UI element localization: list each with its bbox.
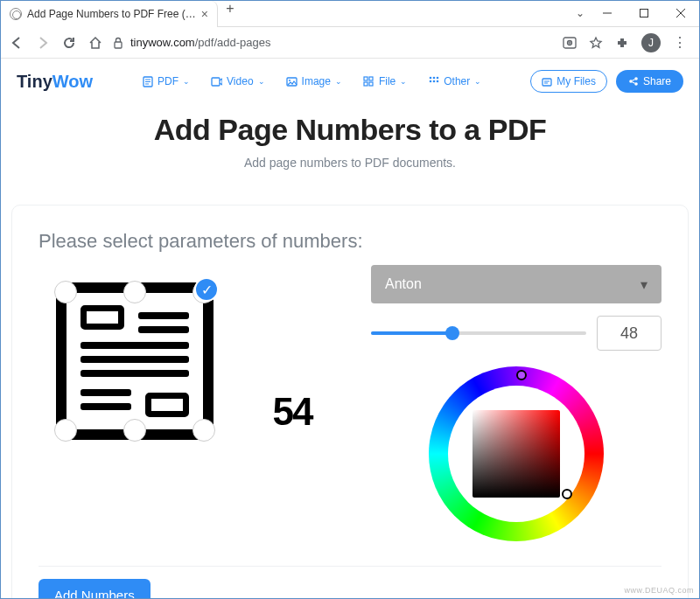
window-minimize-button[interactable]: [589, 1, 626, 25]
dots-icon: [428, 76, 439, 87]
page-title: Add Page Numbers to a PDF: [18, 113, 682, 147]
page-subtitle: Add page numbers to PDF documents.: [18, 156, 682, 170]
video-icon: [211, 76, 222, 87]
svg-rect-17: [369, 77, 373, 80]
chevron-down-icon: ⌄: [335, 77, 342, 86]
svg-point-31: [634, 82, 638, 86]
home-icon: [88, 36, 102, 50]
close-icon: [676, 9, 685, 17]
chevron-down-icon: ⌄: [183, 77, 190, 86]
selected-position-check-icon: ✓: [194, 277, 219, 302]
browser-tab[interactable]: Add Page Numbers to PDF Free (… ×: [1, 1, 218, 27]
svg-line-32: [632, 80, 634, 81]
my-files-button[interactable]: My Files: [530, 70, 607, 93]
chevron-down-icon: ▾: [640, 276, 648, 293]
tab-overflow-icon[interactable]: ⌄: [571, 1, 589, 25]
window-close-button[interactable]: [662, 1, 699, 25]
position-picker[interactable]: ✓: [56, 282, 214, 440]
position-bottom-center[interactable]: [123, 419, 146, 442]
profile-avatar[interactable]: J: [641, 33, 661, 52]
document-icon: [142, 76, 153, 87]
nav-pdf[interactable]: PDF⌄: [142, 75, 190, 87]
chevron-down-icon: ⌄: [400, 77, 407, 86]
close-tab-icon[interactable]: ×: [201, 7, 208, 21]
arrow-left-icon: [10, 36, 24, 50]
chevron-down-icon: ⌄: [474, 77, 481, 86]
svg-point-25: [436, 80, 438, 83]
svg-point-20: [429, 77, 431, 80]
svg-rect-13: [212, 78, 220, 86]
svg-rect-26: [542, 79, 551, 86]
svg-rect-19: [369, 82, 373, 86]
svg-point-23: [429, 80, 431, 83]
install-app-icon[interactable]: [563, 36, 577, 50]
maximize-icon: [640, 9, 648, 17]
url-text: tinywow.com/pdf/add-pages: [130, 36, 270, 49]
parameters-prompt: Please select parameters of numbers:: [38, 230, 662, 253]
font-select[interactable]: Anton ▾: [371, 265, 662, 303]
bookmark-icon[interactable]: [589, 36, 603, 50]
nav-image[interactable]: Image⌄: [286, 75, 342, 87]
lock-icon: [113, 37, 123, 49]
chevron-down-icon: ⌄: [258, 77, 265, 86]
svg-rect-16: [364, 77, 368, 80]
share-button[interactable]: Share: [616, 70, 683, 93]
slider-thumb[interactable]: [445, 326, 459, 340]
back-button[interactable]: [8, 34, 25, 52]
arrow-right-icon: [36, 36, 50, 50]
document-icon: [56, 282, 214, 440]
image-icon: [286, 76, 298, 87]
share-icon: [628, 76, 639, 87]
nav-file[interactable]: File⌄: [363, 75, 407, 87]
svg-point-22: [436, 77, 438, 80]
reload-button[interactable]: [60, 34, 78, 52]
site-logo[interactable]: TinyWow: [17, 72, 93, 92]
tab-title: Add Page Numbers to PDF Free (…: [27, 8, 196, 20]
site-header: TinyWow PDF⌄ Video⌄ Image⌄ File⌄: [1, 59, 699, 104]
svg-point-15: [289, 80, 290, 81]
reload-icon: [62, 36, 76, 50]
add-numbers-button[interactable]: Add Numbers: [38, 579, 150, 598]
address-bar[interactable]: tinywow.com/pdf/add-pages: [113, 36, 549, 49]
watermark-text: www.DEUAQ.com: [624, 586, 694, 595]
svg-rect-18: [364, 82, 368, 86]
font-size-slider[interactable]: [371, 324, 586, 342]
grid-icon: [363, 76, 374, 87]
minimize-icon: [603, 9, 612, 17]
new-tab-button[interactable]: +: [218, 1, 242, 17]
position-top-center[interactable]: [123, 281, 146, 303]
extensions-icon[interactable]: [615, 36, 629, 50]
svg-rect-1: [640, 10, 648, 17]
window-maximize-button[interactable]: [626, 1, 662, 25]
svg-point-21: [432, 77, 435, 80]
font-size-input[interactable]: [597, 316, 662, 351]
globe-icon: [10, 8, 22, 20]
sample-number-preview: 54: [273, 390, 312, 434]
svg-point-30: [629, 80, 633, 83]
parameters-card: Please select parameters of numbers:: [11, 205, 689, 598]
font-select-value: Anton: [385, 276, 422, 292]
position-top-left[interactable]: [54, 281, 77, 303]
color-picker[interactable]: [429, 366, 604, 541]
svg-line-33: [632, 82, 634, 84]
nav-video[interactable]: Video⌄: [211, 75, 264, 87]
forward-button[interactable]: [34, 34, 52, 52]
folder-icon: [542, 77, 552, 87]
svg-point-29: [634, 77, 638, 80]
svg-point-24: [432, 80, 435, 83]
saturation-value-box[interactable]: [472, 410, 560, 498]
menu-button[interactable]: ⋮: [673, 34, 687, 51]
sv-handle[interactable]: [562, 489, 572, 499]
hue-handle[interactable]: [516, 370, 527, 380]
browser-toolbar: tinywow.com/pdf/add-pages J ⋮: [1, 27, 699, 59]
svg-rect-4: [115, 42, 122, 48]
position-bottom-right[interactable]: [192, 419, 215, 442]
window-titlebar: Add Page Numbers to PDF Free (… × + ⌄: [1, 1, 699, 27]
home-button[interactable]: [87, 34, 104, 52]
position-bottom-left[interactable]: [54, 419, 77, 442]
nav-other[interactable]: Other⌄: [428, 75, 481, 87]
